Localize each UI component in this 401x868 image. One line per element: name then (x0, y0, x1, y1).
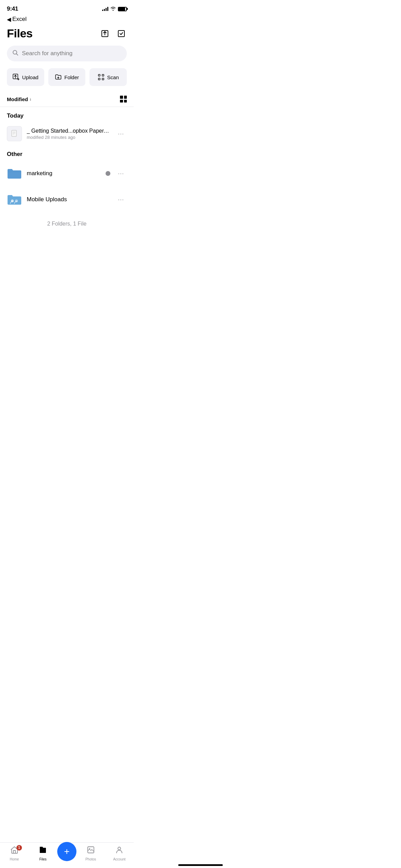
sort-bar: Modified ↓ (0, 93, 134, 107)
svg-rect-11 (98, 74, 100, 76)
file-icon (10, 130, 19, 138)
list-item[interactable]: _ Getting Started...opbox Paper.paper mo… (0, 122, 134, 145)
svg-line-4 (16, 54, 18, 56)
signal-icon (102, 7, 108, 11)
list-item[interactable]: Mobile Uploads ··· (0, 186, 134, 213)
status-bar: 9:41 (0, 0, 134, 15)
search-bar[interactable] (7, 46, 127, 61)
folder-action-button[interactable]: Folder (48, 68, 86, 86)
upload-icon (101, 29, 109, 38)
upload-button[interactable] (99, 28, 110, 39)
sort-label: Modified (7, 96, 28, 102)
status-icons (102, 6, 127, 12)
header-actions (99, 28, 127, 39)
file-meta: modified 28 minutes ago (27, 135, 110, 140)
folder-action-icon (55, 74, 62, 81)
svg-rect-14 (102, 78, 104, 80)
folder-icon-mobile-uploads (7, 192, 22, 207)
back-nav[interactable]: ◀ Excel (0, 15, 134, 25)
list-item[interactable]: marketing ··· (0, 160, 134, 186)
file-thumbnail (7, 126, 22, 141)
folder-more-button[interactable]: ··· (115, 169, 127, 179)
folder-shared-icon (7, 193, 22, 206)
svg-rect-15 (12, 130, 16, 136)
folder-blue-icon (7, 167, 22, 180)
status-time: 9:41 (7, 5, 18, 12)
section-other: Other (0, 145, 134, 160)
check-square-icon (117, 29, 125, 38)
scan-action-label: Scan (107, 74, 119, 80)
page-header: Files (0, 25, 134, 46)
scan-action-icon (98, 74, 105, 81)
action-buttons: Upload Folder Scan (0, 68, 134, 93)
sort-chevron-icon: ↓ (29, 97, 32, 101)
scan-action-button[interactable]: Scan (89, 68, 127, 86)
battery-icon (118, 7, 127, 11)
folder-action-label: Folder (64, 74, 79, 80)
grid-icon (120, 96, 127, 103)
search-container[interactable] (0, 46, 134, 68)
upload-action-label: Upload (22, 74, 39, 80)
back-arrow-icon: ◀ (7, 16, 11, 23)
grid-view-button[interactable] (120, 96, 127, 103)
file-info: _ Getting Started...opbox Paper.paper mo… (27, 128, 110, 140)
svg-rect-2 (118, 31, 124, 37)
file-name: _ Getting Started...opbox Paper.paper (27, 128, 110, 134)
folder-name-mobile-uploads: Mobile Uploads (27, 196, 110, 203)
section-today: Today (0, 107, 134, 122)
search-icon (12, 50, 19, 57)
folder-icon-marketing (7, 166, 22, 181)
select-button[interactable] (116, 28, 127, 39)
search-input[interactable] (22, 50, 121, 57)
folder-name-marketing: marketing (27, 170, 99, 177)
back-label: Excel (12, 16, 27, 23)
upload-action-button[interactable]: Upload (7, 68, 44, 86)
folder-more-button-2[interactable]: ··· (115, 195, 127, 205)
svg-rect-13 (98, 78, 100, 80)
summary-text: 2 Folders, 1 File (0, 213, 134, 235)
page-title: Files (7, 27, 33, 40)
upload-action-icon (13, 74, 20, 81)
sort-button[interactable]: Modified ↓ (7, 96, 32, 102)
svg-rect-12 (102, 74, 104, 76)
wifi-icon (110, 6, 116, 12)
file-more-button[interactable]: ··· (115, 129, 127, 139)
folder-badge (106, 171, 110, 176)
